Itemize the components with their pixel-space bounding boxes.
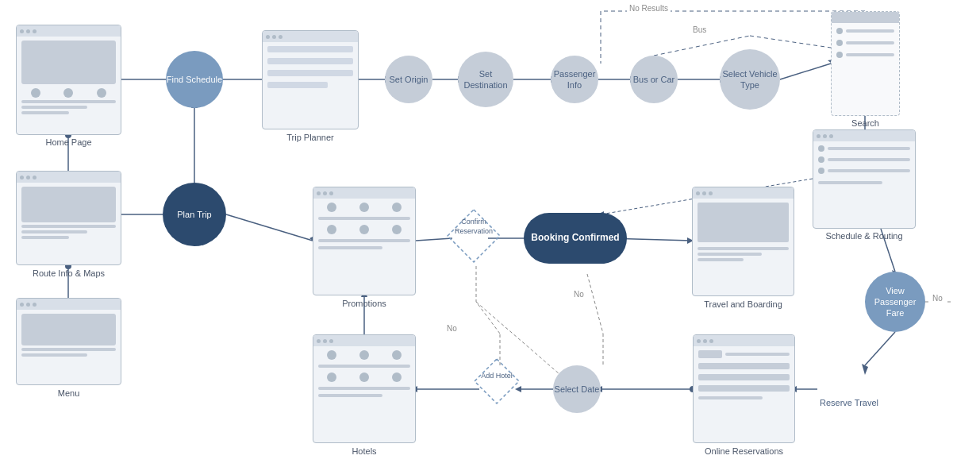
bus-label: Bus: [690, 25, 709, 34]
plan-trip-node: Plan Trip: [163, 183, 226, 246]
set-origin-node: Set Origin: [385, 56, 432, 103]
hotels-label: Hotels: [313, 446, 416, 457]
travel-boarding-box: [692, 187, 794, 296]
reserve-travel-label: Reserve Travel: [817, 397, 881, 408]
passenger-info-node: Passenger Info: [551, 56, 598, 103]
no1-label: No: [571, 290, 586, 299]
add-hotel-node: Add Hotel: [473, 357, 521, 408]
svg-line-58: [587, 274, 603, 334]
flowchart-canvas: Home Page Route Info & Maps Menu Find Sc…: [0, 0, 980, 467]
home-page-label: Home Page: [16, 137, 121, 148]
svg-line-33: [226, 214, 313, 241]
no-results-label: No Results: [627, 4, 671, 13]
no2-label: No: [930, 294, 945, 303]
search-label: Search: [831, 118, 900, 129]
view-passenger-fare-node: View Passenger Fare: [865, 272, 925, 332]
bus-or-car-node: Bus or Car: [630, 56, 678, 103]
menu-box: [16, 298, 121, 385]
svg-line-13: [780, 64, 831, 79]
online-reservations-box: [693, 334, 795, 443]
trip-planner-label: Trip Planner: [262, 132, 359, 143]
travel-boarding-label: Travel and Boarding: [692, 299, 794, 310]
svg-line-24: [750, 36, 831, 48]
svg-marker-61: [475, 359, 519, 403]
no3-label: No: [444, 324, 459, 333]
select-vehicle-node: Select Vehicle Type: [720, 49, 780, 110]
find-schedule-node: Find Schedule: [166, 51, 223, 108]
menu-label: Menu: [16, 388, 121, 399]
route-info-box: [16, 171, 121, 265]
home-page-box: [16, 25, 121, 135]
booking-confirmed-node: Booking Confirmed: [524, 213, 627, 264]
schedule-routing-box: [813, 129, 916, 229]
svg-marker-20: [862, 364, 868, 375]
set-destination-node: Set Destination: [458, 52, 513, 107]
schedule-routing-label: Schedule & Routing: [813, 230, 916, 241]
promotions-label: Promotions: [313, 298, 416, 309]
online-reservations-label: Online Reservations: [693, 446, 795, 457]
route-info-label: Route Info & Maps: [16, 268, 121, 279]
trip-planner-box: [262, 30, 359, 129]
promotions-box: [313, 187, 416, 295]
svg-line-19: [865, 332, 895, 365]
hotels-box: [313, 334, 416, 443]
confirm-reservation-node: Confirm Reservation: [446, 208, 502, 267]
svg-line-57: [476, 302, 500, 334]
search-box: [831, 11, 900, 116]
select-date-node: Select Date: [553, 365, 601, 413]
